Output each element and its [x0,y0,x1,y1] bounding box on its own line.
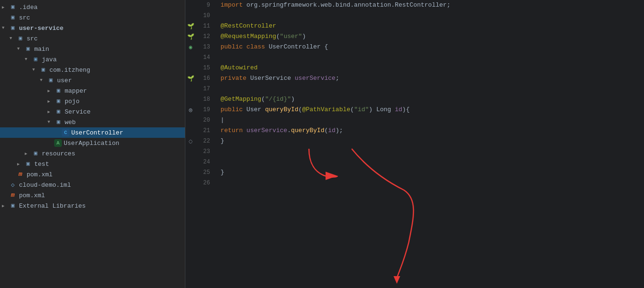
xml-icon: m [16,171,25,178]
folder-icon: ▣ [47,77,55,84]
gutter-cell [185,0,196,10]
code-line [221,115,644,125]
tree-label: src [19,14,30,21]
tree-item-UserController[interactable]: C UserController [0,127,185,138]
tree-item-ext-lib[interactable]: ▶ ▣ External Libraries [0,201,185,211]
line-number: 22 [196,136,213,146]
tree-item-idea[interactable]: ▶ ▣ .idea [0,2,185,12]
tree-item-java[interactable]: ▼ ▣ java [0,54,185,65]
tree-arrow: ▶ [25,151,31,156]
gutter-cell: ◌ [185,136,196,146]
code-line: public class UserController { [221,42,644,52]
tree-item-Service[interactable]: ▶ ▣ Service [0,106,185,117]
code-line [221,178,644,188]
gutter-cell [185,10,196,21]
tree-label: cloud-demo.iml [19,182,71,189]
tree-label: com.itzheng [49,67,90,74]
tree-label: main [34,46,49,53]
gutter-cell [185,84,196,94]
tree-arrow: ▼ [10,36,16,41]
folder-icon: ▣ [39,66,48,74]
tree-item-resources[interactable]: ▶ ▣ resources [0,148,185,159]
tree-item-main[interactable]: ▼ ▣ main [0,44,185,54]
tree-arrow: ▼ [48,120,54,125]
folder-icon: ▣ [24,160,32,168]
tree-item-web[interactable]: ▼ ▣ web [0,117,185,127]
gutter-icon: 🌱 [187,75,194,82]
tree-arrow: ▼ [25,57,31,62]
folder-icon: ▣ [9,3,17,11]
tree-label: test [34,161,49,168]
tree-arrow: ▶ [2,203,9,209]
line-number: 11 [196,21,213,31]
gutter-cell: ◉ [185,42,196,52]
code-content[interactable]: import org.springframework.web.bind.anno… [217,0,644,288]
tree-item-user-service[interactable]: ▼ ▣ user-service [0,23,185,33]
tree-item-cloud-demo-iml[interactable]: ◇ cloud-demo.iml [0,180,185,190]
code-line [221,52,644,63]
code-line [221,146,644,157]
tree-item-src[interactable]: ▣ src [0,12,185,23]
line-number: 18 [196,94,213,105]
gutter-cell [185,167,196,178]
gutter-cell [185,94,196,105]
tree-arrow: ▶ [48,109,54,115]
gutter-cell [185,125,196,136]
code-line [221,157,644,167]
tree-item-test[interactable]: ▶ ▣ test [0,159,185,169]
tree-arrow: ▼ [2,26,9,30]
code-line: @GetMapping("/{id}") [221,94,644,105]
tree-arrow: ▼ [40,78,47,83]
line-number: 26 [196,178,213,188]
tree-item-pom-xml-2[interactable]: m pom.xml [0,190,185,201]
gutter-cell [185,63,196,73]
code-line: private UserService userService; [221,73,644,84]
line-number: 21 [196,125,213,136]
tree-item-pom-xml-1[interactable]: m pom.xml [0,169,185,180]
tree-label: user-service [19,25,64,32]
code-line: } [221,167,644,178]
code-area: 🌱🌱◉🌱◎◌ 910111213141516171819202122232425… [185,0,644,288]
folder-icon: ▣ [24,45,32,53]
folder-icon: ▣ [54,118,63,126]
line-number: 15 [196,63,213,73]
line-number: 20 [196,115,213,125]
tree-item-src2[interactable]: ▼ ▣ src [0,33,185,44]
tree-arrow: ▶ [2,5,9,10]
line-number: 17 [196,84,213,94]
tree-label: resources [42,150,75,157]
gutter-icon: ◉ [189,44,192,51]
gutter-cell [185,115,196,125]
code-line: @RequestMapping("user") [221,31,644,42]
tree-label: java [42,56,57,63]
iml-icon: ◇ [9,181,17,189]
tree-item-mapper[interactable]: ▶ ▣ mapper [0,86,185,96]
code-line: } [221,136,644,146]
tree-arrow: ▼ [17,47,24,51]
gutter-icon: ◎ [189,106,192,114]
tree-arrow: ▶ [48,99,54,104]
tree-item-UserApplication[interactable]: A UserApplication [0,138,185,148]
tree-arrow: ▼ [32,67,39,72]
folder-icon: ▣ [9,202,17,210]
tree-label: pom.xml [27,171,53,178]
line-number: 16 [196,73,213,84]
xml-icon: m [9,192,17,199]
tree-item-user[interactable]: ▼ ▣ user [0,75,185,86]
line-number: 14 [196,52,213,63]
folder-icon: ▣ [54,108,63,115]
code-line: @Autowired [221,63,644,73]
gutter-cell [185,178,196,188]
line-number: 25 [196,167,213,178]
tree-label: user [57,77,72,84]
tree-item-pojo[interactable]: ▶ ▣ pojo [0,96,185,106]
line-numbers: 91011121314151617181920212223242526 [196,0,217,288]
line-number: 10 [196,10,213,21]
code-line: @RestController [221,21,644,31]
file-tree[interactable]: ▶ ▣ .idea ▣ src ▼ ▣ user-service ▼ ▣ src… [0,0,185,288]
tree-item-com.itzheng[interactable]: ▼ ▣ com.itzheng [0,65,185,75]
gutter-cell [185,52,196,63]
line-number: 12 [196,31,213,42]
folder-icon: ▣ [9,24,17,32]
gutter-icon: ◌ [189,138,192,145]
